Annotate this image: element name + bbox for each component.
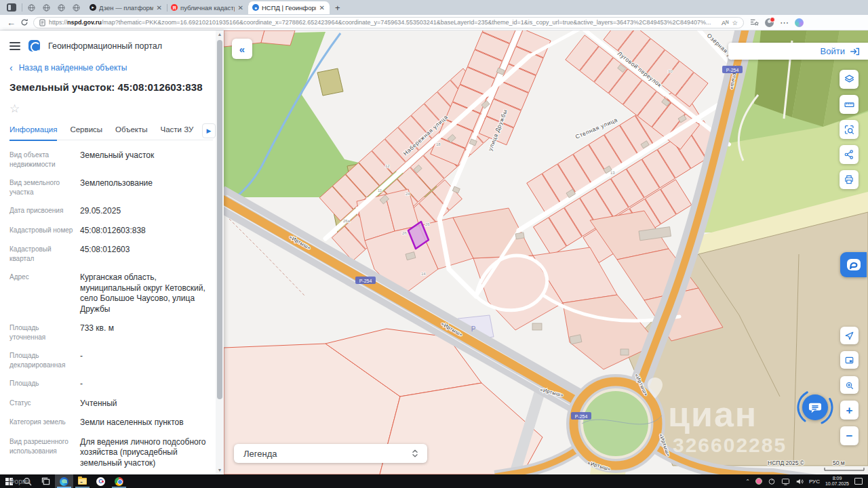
- back-icon[interactable]: ←: [7, 18, 16, 27]
- support-chat-button[interactable]: [796, 388, 834, 426]
- vertical-tabs-icon[interactable]: [7, 3, 16, 12]
- favorite-star-icon[interactable]: ☆: [732, 19, 738, 26]
- dzen-favicon: ▸: [90, 4, 96, 11]
- tab-close-icon[interactable]: ✕: [237, 4, 244, 12]
- tray-expand-icon[interactable]: ⌃: [745, 479, 750, 485]
- portal-logo-icon: [28, 40, 40, 52]
- field-row: Категория земельЗемли населенных пунктов: [9, 413, 213, 432]
- field-row: Форма собственности-: [9, 472, 213, 488]
- printer-icon: [847, 180, 851, 184]
- browser-addressbar: ← https://nspd.gov.ru/map?thematic=PKK&z…: [0, 15, 868, 30]
- field-row: Площадь-: [9, 374, 213, 394]
- sort-chevrons-icon: [411, 449, 419, 458]
- svg-text:Р-254: Р-254: [359, 279, 372, 283]
- volume-icon[interactable]: [795, 478, 804, 485]
- map-attribution: НСПД 2025 ©: [768, 460, 805, 466]
- tray-app-icon[interactable]: [755, 478, 762, 485]
- copilot-icon[interactable]: [795, 18, 804, 27]
- panel-scrollbar[interactable]: ▲ ▼: [216, 30, 224, 474]
- browser-tab[interactable]: Я публичная кадастровая карта — ✕: [167, 1, 248, 14]
- search-location-icon: [851, 387, 853, 389]
- field-row: Площадь уточненная733 кв. м: [9, 319, 213, 346]
- favorites-list-icon[interactable]: [750, 18, 759, 26]
- network-icon[interactable]: [781, 478, 790, 485]
- legend-toggle[interactable]: Легенда: [234, 444, 427, 463]
- browser-tab[interactable]: ▸ Дзен — платформа для просмо ✕: [85, 1, 167, 14]
- field-row: Дата присвоения29.05.2025: [9, 201, 213, 221]
- mini-map-button[interactable]: [840, 351, 859, 369]
- attribute-list: Вид объекта недвижимостиЗемельный участо…: [9, 146, 213, 488]
- zoom-in-button[interactable]: +: [840, 401, 859, 420]
- pinned-tabs[interactable]: [28, 4, 80, 12]
- field-row: Вид объекта недвижимостиЗемельный участо…: [9, 146, 213, 174]
- parcel-number: 10: [668, 69, 673, 73]
- zoom-out-button[interactable]: −: [840, 426, 859, 445]
- login-button[interactable]: Войти: [728, 43, 868, 60]
- tab-objects[interactable]: Объекты: [115, 125, 147, 140]
- back-link-label: Назад в найденные объекты: [19, 63, 127, 73]
- coordinate-search-button[interactable]: [840, 376, 859, 394]
- portal-title: Геоинформационный портал: [48, 41, 162, 51]
- browser-tabstrip: ▸ Дзен — платформа для просмо ✕ Я публич…: [0, 0, 868, 15]
- collapse-panel-button[interactable]: «: [232, 39, 252, 59]
- map-canvas[interactable]: Набережная улица улица Дружбы Степная ул…: [224, 30, 868, 474]
- svg-text:Р-254: Р-254: [726, 68, 739, 73]
- scroll-down-icon[interactable]: ▼: [216, 466, 224, 474]
- location-arrow-icon: [846, 332, 853, 340]
- yandex-favicon: Я: [171, 4, 178, 11]
- more-menu-icon[interactable]: ⋯: [780, 18, 789, 27]
- mini-map-icon: [850, 360, 852, 362]
- tab-title: публичная кадастровая карта —: [180, 4, 235, 12]
- messenger-button[interactable]: [840, 252, 867, 277]
- globe-icon[interactable]: [73, 4, 80, 12]
- hamburger-menu-icon[interactable]: [9, 42, 20, 50]
- parcel-number: 24: [406, 192, 410, 196]
- print-button[interactable]: [840, 170, 859, 189]
- messenger-icon: [847, 259, 861, 270]
- url-text: https://nspd.gov.ru/map?thematic=PKK&zoo…: [49, 19, 718, 26]
- back-to-results-link[interactable]: ‹ Назад в найденные объекты: [9, 63, 213, 73]
- globe-icon[interactable]: [43, 4, 50, 12]
- magnifier-icon: [852, 132, 853, 134]
- area-search-button[interactable]: [840, 120, 859, 139]
- measure-button[interactable]: [840, 95, 859, 114]
- scroll-up-icon[interactable]: ▲: [216, 30, 224, 39]
- tab-parcel-parts[interactable]: Части ЗУ: [161, 125, 194, 140]
- share-button[interactable]: [840, 145, 859, 164]
- field-row: СтатусУчтенный: [9, 394, 213, 413]
- tab-title: Дзен — платформа для просмо: [99, 4, 153, 12]
- map-image[interactable]: Набережная улица улица Дружбы Степная ул…: [224, 30, 868, 474]
- read-aloud-icon[interactable]: Aᴺ: [722, 19, 728, 26]
- field-row: Вид разрешенного использованияДля ведени…: [9, 432, 213, 473]
- tab-information[interactable]: Информация: [9, 125, 57, 140]
- globe-icon[interactable]: [58, 4, 65, 12]
- language-indicator[interactable]: РУС: [809, 479, 820, 485]
- layers-button[interactable]: [840, 70, 859, 89]
- favorite-star-button[interactable]: ☆: [9, 102, 213, 116]
- locate-me-button[interactable]: [840, 327, 859, 344]
- parcel-number: 18: [436, 142, 441, 146]
- tab-close-icon[interactable]: ✕: [156, 4, 163, 12]
- tray-sync-icon[interactable]: [768, 478, 776, 485]
- url-bar[interactable]: https://nspd.gov.ru/map?thematic=PKK&zoo…: [33, 17, 744, 28]
- parcel-number: 2б: [402, 231, 407, 235]
- tabs-scroll-right-button[interactable]: ▶: [202, 123, 216, 138]
- scrollbar-thumb[interactable]: [217, 40, 222, 399]
- object-info-panel: Геоинформационный портал ‹ Назад в найде…: [0, 30, 224, 474]
- tab-close-icon[interactable]: ✕: [319, 4, 326, 12]
- tab-services[interactable]: Сервисы: [70, 125, 102, 140]
- profile-avatar[interactable]: [765, 18, 774, 27]
- parcel-title: Земельный участок: 45:08:012603:838: [9, 81, 213, 93]
- chat-bubble-icon: [808, 401, 822, 414]
- panel-tabs: Информация Сервисы Объекты Части ЗУ Сост…: [9, 123, 213, 140]
- svg-text:326602285: 326602285: [673, 434, 787, 456]
- browser-tab-active[interactable]: ● НСПД | Геоинформационный по ✕: [248, 1, 330, 14]
- globe-icon[interactable]: [28, 4, 35, 12]
- login-label: Войти: [821, 46, 845, 56]
- refresh-icon[interactable]: [20, 18, 28, 26]
- divider: [22, 3, 22, 12]
- notification-center-icon[interactable]: [854, 478, 863, 485]
- clock[interactable]: 8:09 10.07.2025: [825, 476, 849, 487]
- new-tab-button[interactable]: +: [335, 3, 340, 13]
- page-icon[interactable]: [39, 19, 45, 26]
